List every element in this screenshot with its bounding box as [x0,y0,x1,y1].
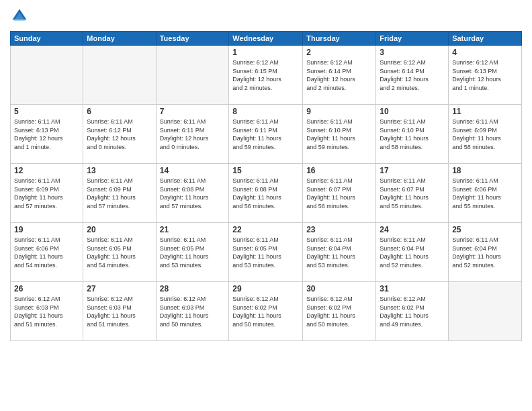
weekday-header-sunday: Sunday [11,32,83,46]
calendar-cell: 22Sunrise: 6:11 AM Sunset: 6:05 PM Dayli… [229,223,303,282]
day-number: 25 [452,225,518,234]
day-info: Sunrise: 6:11 AM Sunset: 6:07 PM Dayligh… [306,177,372,210]
day-number: 5 [14,107,79,116]
day-info: Sunrise: 6:11 AM Sunset: 6:04 PM Dayligh… [452,236,518,269]
calendar-cell [11,46,83,105]
calendar-cell: 31Sunrise: 6:12 AM Sunset: 6:02 PM Dayli… [376,282,449,341]
calendar-cell: 8Sunrise: 6:11 AM Sunset: 6:11 PM Daylig… [229,105,303,164]
day-info: Sunrise: 6:12 AM Sunset: 6:02 PM Dayligh… [306,295,372,328]
day-info: Sunrise: 6:11 AM Sunset: 6:13 PM Dayligh… [14,118,79,151]
day-number: 20 [87,225,152,234]
day-info: Sunrise: 6:11 AM Sunset: 6:06 PM Dayligh… [452,177,518,210]
day-info: Sunrise: 6:12 AM Sunset: 6:14 PM Dayligh… [306,58,372,92]
day-number: 6 [87,107,152,116]
day-info: Sunrise: 6:11 AM Sunset: 6:06 PM Dayligh… [14,236,79,269]
day-number: 2 [306,48,372,57]
calendar-table: SundayMondayTuesdayWednesdayThursdayFrid… [10,31,522,341]
calendar-cell: 28Sunrise: 6:12 AM Sunset: 6:03 PM Dayli… [156,282,229,341]
calendar-cell: 14Sunrise: 6:11 AM Sunset: 6:08 PM Dayli… [156,164,229,223]
day-info: Sunrise: 6:11 AM Sunset: 6:10 PM Dayligh… [380,118,445,151]
day-info: Sunrise: 6:11 AM Sunset: 6:09 PM Dayligh… [14,177,79,210]
calendar-cell: 9Sunrise: 6:11 AM Sunset: 6:10 PM Daylig… [303,105,376,164]
day-number: 18 [452,166,518,175]
calendar-cell: 23Sunrise: 6:11 AM Sunset: 6:04 PM Dayli… [303,223,376,282]
page: SundayMondayTuesdayWednesdayThursdayFrid… [0,0,532,411]
day-number: 30 [306,284,372,293]
day-info: Sunrise: 6:12 AM Sunset: 6:03 PM Dayligh… [160,295,226,328]
day-number: 3 [380,48,445,57]
day-number: 8 [232,107,299,116]
day-number: 19 [14,225,79,234]
calendar-cell: 17Sunrise: 6:11 AM Sunset: 6:07 PM Dayli… [376,164,449,223]
day-number: 10 [380,107,445,116]
day-info: Sunrise: 6:11 AM Sunset: 6:08 PM Dayligh… [160,177,226,210]
weekday-header-saturday: Saturday [449,32,522,46]
day-info: Sunrise: 6:11 AM Sunset: 6:07 PM Dayligh… [380,177,445,210]
logo [10,7,32,26]
week-row-2: 12Sunrise: 6:11 AM Sunset: 6:09 PM Dayli… [11,164,522,223]
day-info: Sunrise: 6:12 AM Sunset: 6:03 PM Dayligh… [14,295,79,328]
logo-icon [10,7,29,26]
calendar-cell: 6Sunrise: 6:11 AM Sunset: 6:12 PM Daylig… [83,105,156,164]
calendar-header: SundayMondayTuesdayWednesdayThursdayFrid… [11,32,522,46]
calendar-cell: 18Sunrise: 6:11 AM Sunset: 6:06 PM Dayli… [449,164,522,223]
calendar-cell [156,46,229,105]
day-info: Sunrise: 6:11 AM Sunset: 6:09 PM Dayligh… [87,177,152,210]
day-number: 14 [160,166,226,175]
calendar-cell: 21Sunrise: 6:11 AM Sunset: 6:05 PM Dayli… [156,223,229,282]
calendar-cell: 7Sunrise: 6:11 AM Sunset: 6:11 PM Daylig… [156,105,229,164]
day-info: Sunrise: 6:11 AM Sunset: 6:04 PM Dayligh… [380,236,445,269]
day-info: Sunrise: 6:12 AM Sunset: 6:15 PM Dayligh… [232,58,299,92]
day-number: 21 [160,225,226,234]
day-info: Sunrise: 6:11 AM Sunset: 6:11 PM Dayligh… [232,118,299,151]
day-info: Sunrise: 6:11 AM Sunset: 6:08 PM Dayligh… [232,177,299,210]
day-number: 17 [380,166,445,175]
day-number: 29 [232,284,299,293]
calendar-cell: 12Sunrise: 6:11 AM Sunset: 6:09 PM Dayli… [11,164,83,223]
day-number: 11 [452,107,518,116]
day-info: Sunrise: 6:12 AM Sunset: 6:03 PM Dayligh… [87,295,152,328]
day-number: 31 [380,284,445,293]
day-number: 13 [87,166,152,175]
day-info: Sunrise: 6:12 AM Sunset: 6:14 PM Dayligh… [380,58,445,92]
day-number: 9 [306,107,372,116]
calendar-cell: 3Sunrise: 6:12 AM Sunset: 6:14 PM Daylig… [376,46,449,105]
day-number: 7 [160,107,226,116]
day-number: 12 [14,166,79,175]
weekday-header-friday: Friday [376,32,449,46]
calendar-cell: 20Sunrise: 6:11 AM Sunset: 6:05 PM Dayli… [83,223,156,282]
calendar-cell: 16Sunrise: 6:11 AM Sunset: 6:07 PM Dayli… [303,164,376,223]
calendar-cell: 30Sunrise: 6:12 AM Sunset: 6:02 PM Dayli… [303,282,376,341]
calendar-body: 1Sunrise: 6:12 AM Sunset: 6:15 PM Daylig… [11,46,522,341]
weekday-header-thursday: Thursday [303,32,376,46]
day-number: 4 [452,48,518,57]
weekday-header-monday: Monday [83,32,156,46]
day-number: 22 [232,225,299,234]
calendar-cell: 4Sunrise: 6:12 AM Sunset: 6:13 PM Daylig… [449,46,522,105]
weekday-header-tuesday: Tuesday [156,32,229,46]
calendar-cell: 26Sunrise: 6:12 AM Sunset: 6:03 PM Dayli… [11,282,83,341]
week-row-1: 5Sunrise: 6:11 AM Sunset: 6:13 PM Daylig… [11,105,522,164]
calendar-cell: 15Sunrise: 6:11 AM Sunset: 6:08 PM Dayli… [229,164,303,223]
calendar-cell: 5Sunrise: 6:11 AM Sunset: 6:13 PM Daylig… [11,105,83,164]
day-number: 27 [87,284,152,293]
day-info: Sunrise: 6:12 AM Sunset: 6:02 PM Dayligh… [380,295,445,328]
day-number: 23 [306,225,372,234]
day-number: 24 [380,225,445,234]
day-info: Sunrise: 6:11 AM Sunset: 6:09 PM Dayligh… [452,118,518,151]
day-info: Sunrise: 6:12 AM Sunset: 6:13 PM Dayligh… [452,58,518,92]
calendar-cell [449,282,522,341]
calendar-cell [83,46,156,105]
day-info: Sunrise: 6:12 AM Sunset: 6:02 PM Dayligh… [232,295,299,328]
day-info: Sunrise: 6:11 AM Sunset: 6:10 PM Dayligh… [306,118,372,151]
day-number: 15 [232,166,299,175]
calendar-cell: 13Sunrise: 6:11 AM Sunset: 6:09 PM Dayli… [83,164,156,223]
calendar-cell: 25Sunrise: 6:11 AM Sunset: 6:04 PM Dayli… [449,223,522,282]
day-info: Sunrise: 6:11 AM Sunset: 6:11 PM Dayligh… [160,118,226,151]
header [10,7,522,26]
calendar-cell: 10Sunrise: 6:11 AM Sunset: 6:10 PM Dayli… [376,105,449,164]
week-row-4: 26Sunrise: 6:12 AM Sunset: 6:03 PM Dayli… [11,282,522,341]
calendar-cell: 29Sunrise: 6:12 AM Sunset: 6:02 PM Dayli… [229,282,303,341]
day-info: Sunrise: 6:11 AM Sunset: 6:05 PM Dayligh… [87,236,152,269]
calendar-cell: 27Sunrise: 6:12 AM Sunset: 6:03 PM Dayli… [83,282,156,341]
